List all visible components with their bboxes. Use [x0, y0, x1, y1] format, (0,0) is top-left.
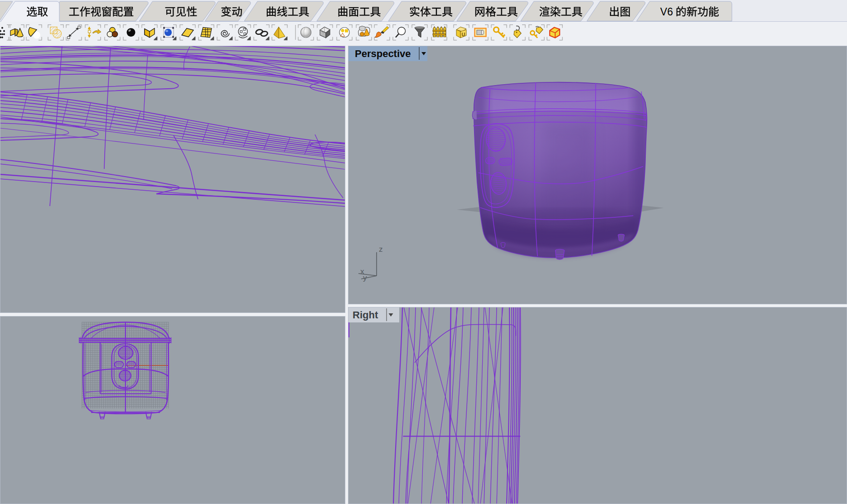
svg-text:y: y	[363, 274, 367, 282]
svg-text:U: U	[462, 32, 465, 37]
svg-text:V6: V6	[660, 6, 673, 18]
svg-text:z: z	[379, 245, 383, 254]
svg-text:Right: Right	[353, 309, 378, 321]
svg-text:Perspective: Perspective	[355, 48, 411, 59]
